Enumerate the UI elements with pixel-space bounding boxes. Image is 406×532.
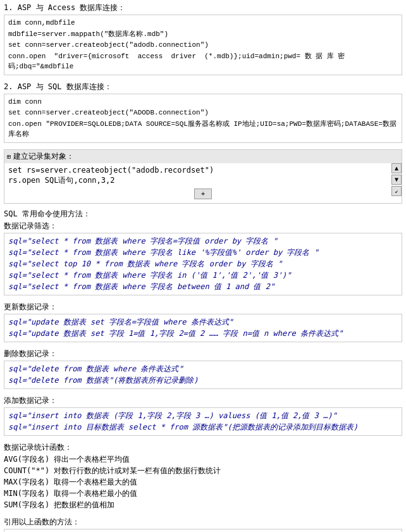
query-title: 数据记录筛选：	[4, 221, 402, 232]
sql-common-title: SQL 常用命令使用方法：	[4, 209, 402, 220]
usage-section: 引用以上函数的方法： sql="select sum(字段名) as 别名 fr…	[4, 517, 402, 533]
add-button[interactable]: +	[194, 189, 212, 199]
code-line: rs.open SQL语句,conn,3,2	[8, 175, 385, 186]
stats-section: 数据记录统计函数： AVG(字段名) 得出一个表格栏平均值 COUNT("*")…	[4, 442, 402, 510]
asp-access-section: 1. ASP 与 Access 数据库连接： dim conn,mdbfile …	[4, 3, 402, 75]
insert-section: 添加数据记录： sql="insert into 数据表 (字段 1,字段 2,…	[4, 395, 402, 436]
recordset-header[interactable]: ⊞ 建立记录集对象：	[4, 150, 402, 163]
asp-access-code: dim conn,mdbfile mdbfile=server.mappath(…	[4, 15, 402, 75]
code-line: set conn=server.createobject("adodb.conn…	[8, 40, 398, 51]
recordset-section: ⊞ 建立记录集对象： set rs=server.createobject("a…	[4, 149, 402, 204]
recordset-title: 建立记录集对象：	[13, 151, 74, 162]
sql-line: sql="insert into 数据表 (字段 1,字段 2,字段 3 …) …	[8, 411, 398, 421]
code-line: set rs=server.createobject("adodb.record…	[8, 166, 385, 175]
code-line: dim conn,mdbfile	[8, 18, 398, 28]
sql-line: sql="update 数据表 set 字段 1=值 1,字段 2=值 2 ………	[8, 328, 398, 339]
code-line: conn.open "driver={microsoft access driv…	[8, 51, 398, 72]
sql-line: sql="insert into 目标数据表 select * from 源数据…	[8, 422, 398, 433]
sql-line: sql="select * from 数据表 where 字段名 in ('值 …	[8, 270, 398, 281]
code-line: dim conn	[8, 97, 398, 108]
stats-line: AVG(字段名) 得出一个表格栏平均值	[4, 454, 402, 465]
usage-title: 引用以上函数的方法：	[4, 517, 402, 528]
delete-code: sql="delete from 数据表 where 条件表达式" sql="d…	[4, 361, 402, 389]
sql-line: sql="delete from 数据表 where 条件表达式"	[8, 364, 398, 374]
stats-line: SUM(字段名) 把数据栏的值相加	[4, 500, 402, 510]
query-section: 数据记录筛选： sql="select * from 数据表 where 字段名…	[4, 221, 402, 295]
stats-line: MAX(字段名) 取得一个表格栏最大的值	[4, 477, 402, 488]
delete-section: 删除数据记录： sql="delete from 数据表 where 条件表达式…	[4, 349, 402, 389]
sql-line: sql="update 数据表 set 字段名=字段值 where 条件表达式"	[8, 317, 398, 328]
stats-title: 数据记录统计函数：	[4, 442, 402, 453]
scroll-expand-button[interactable]: ↙	[391, 186, 402, 196]
code-line: mdbfile=server.mappath("数据库名称.mdb")	[8, 29, 398, 40]
sql-line: sql="select top 10 * from 数据表 where 字段名 …	[8, 259, 398, 269]
expand-icon: ⊞	[7, 153, 11, 160]
usage-code: sql="select sum(字段名) as 别名 from 数据表 wher…	[4, 529, 402, 533]
update-section: 更新数据记录： sql="update 数据表 set 字段名=字段值 wher…	[4, 302, 402, 342]
asp-sql-section: 2. ASP 与 SQL 数据库连接： dim conn set conn=se…	[4, 82, 402, 143]
recordset-body: set rs=server.createobject("adodb.record…	[4, 163, 402, 203]
insert-code: sql="insert into 数据表 (字段 1,字段 2,字段 3 …) …	[4, 407, 402, 436]
scroll-down-button[interactable]: ▼	[391, 175, 402, 185]
delete-title: 删除数据记录：	[4, 349, 402, 359]
scroll-up-button[interactable]: ▲	[391, 163, 402, 173]
sql-line: sql="select * from 数据表 where 字段名=字段值 ord…	[8, 236, 398, 247]
sql-line: sql="select * from 数据表 where 字段名 like '%…	[8, 247, 398, 258]
main-container: 1. ASP 与 Access 数据库连接： dim conn,mdbfile …	[0, 0, 406, 532]
add-button-container: +	[8, 187, 398, 201]
sql-line: sql="select * from 数据表 where 字段名 between…	[8, 281, 398, 292]
code-line: con.open "PROVIDER=SQLOLEDB;DATA SOURCE=…	[8, 119, 398, 140]
update-title: 更新数据记录：	[4, 302, 402, 312]
stats-line: MIN(字段名) 取得一个表格栏最小的值	[4, 488, 402, 499]
query-code: sql="select * from 数据表 where 字段名=字段值 ord…	[4, 233, 402, 295]
asp-sql-title: 2. ASP 与 SQL 数据库连接：	[4, 82, 402, 92]
stats-line: COUNT("*") 对数行行数的统计或对某一栏有值的数据行数统计	[4, 466, 402, 476]
asp-access-title: 1. ASP 与 Access 数据库连接：	[4, 3, 402, 13]
insert-title: 添加数据记录：	[4, 395, 402, 406]
code-line: set conn=server.createobject("ADODB.conn…	[8, 108, 398, 118]
update-code: sql="update 数据表 set 字段名=字段值 where 条件表达式"…	[4, 314, 402, 342]
sql-line: sql="delete from 数据表"(将数据表所有记录删除)	[8, 375, 398, 386]
asp-sql-code: dim conn set conn=server.createobject("A…	[4, 94, 402, 143]
